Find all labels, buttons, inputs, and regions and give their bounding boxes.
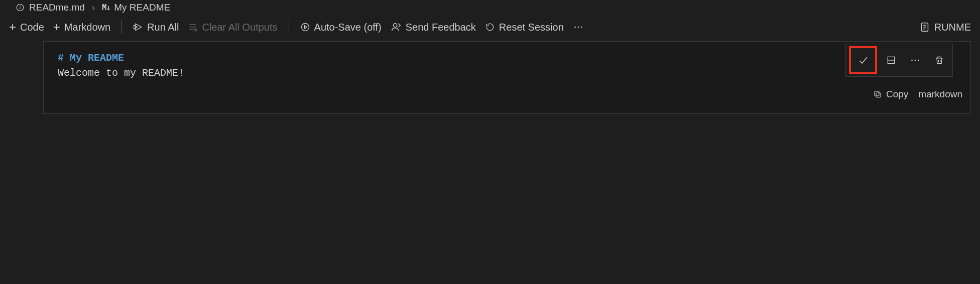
copy-icon — [873, 90, 882, 99]
cell-footer: Copy markdown — [44, 86, 970, 105]
ellipsis-icon — [573, 22, 584, 33]
clear-outputs-button[interactable]: Clear All Outputs — [188, 22, 277, 33]
reset-session-button[interactable]: Reset Session — [485, 22, 564, 33]
cell-more-button[interactable] — [905, 50, 925, 70]
svg-rect-27 — [876, 93, 881, 97]
cell-toolbar — [845, 44, 953, 77]
markdown-icon: M↓ — [102, 3, 110, 12]
svg-point-2 — [20, 6, 21, 7]
breadcrumb: READme.md › M↓ My README — [0, 0, 980, 17]
breadcrumb-file[interactable]: READme.md — [29, 2, 85, 13]
markdown-cell[interactable]: # My README Welcome to my README! Copy m… — [43, 41, 971, 114]
autosave-icon — [300, 22, 310, 32]
cell-heading-line: # My README — [58, 51, 956, 66]
notebook-toolbar: Code Markdown Run All Clear All Outputs … — [0, 17, 980, 41]
svg-point-13 — [574, 27, 576, 28]
feedback-label: Send Feedback — [406, 22, 476, 33]
more-actions-button[interactable] — [573, 22, 584, 33]
runme-button[interactable]: RUNME — [919, 22, 971, 33]
reset-icon — [485, 22, 495, 32]
info-icon — [15, 3, 25, 13]
cell-gutter[interactable] — [3, 43, 8, 118]
autosave-button[interactable]: Auto-Save (off) — [300, 22, 382, 33]
plus-icon — [53, 20, 60, 34]
plus-icon — [9, 20, 16, 34]
confirm-cell-button[interactable] — [849, 46, 877, 74]
add-code-button[interactable]: Code — [9, 20, 44, 34]
svg-marker-3 — [136, 24, 142, 30]
copy-button[interactable]: Copy — [873, 89, 908, 100]
breadcrumb-section[interactable]: My README — [114, 2, 170, 13]
cell-region: # My README Welcome to my README! Copy m… — [0, 41, 980, 118]
copy-label: Copy — [886, 89, 908, 100]
run-all-icon — [133, 22, 143, 32]
clear-outputs-label: Clear All Outputs — [202, 22, 277, 33]
run-all-button[interactable]: Run All — [133, 22, 179, 33]
delete-cell-button[interactable] — [929, 50, 949, 70]
runme-label: RUNME — [934, 22, 971, 33]
split-cell-button[interactable] — [881, 50, 901, 70]
cell-body-line: Welcome to my README! — [58, 66, 956, 81]
svg-rect-28 — [875, 91, 879, 96]
svg-point-10 — [301, 24, 309, 31]
svg-point-15 — [581, 27, 582, 28]
svg-point-22 — [911, 60, 913, 61]
add-markdown-button[interactable]: Markdown — [53, 20, 110, 34]
autosave-label: Auto-Save (off) — [314, 22, 382, 33]
svg-marker-11 — [304, 26, 307, 29]
runme-icon — [919, 22, 930, 33]
breadcrumb-separator: › — [92, 2, 95, 13]
add-markdown-label: Markdown — [64, 22, 110, 33]
cell-language-label[interactable]: markdown — [918, 89, 962, 100]
feedback-icon — [391, 22, 402, 33]
svg-point-12 — [393, 24, 397, 27]
toolbar-divider — [289, 20, 289, 34]
toolbar-divider — [121, 20, 122, 34]
svg-point-14 — [577, 27, 579, 28]
run-all-label: Run All — [147, 22, 179, 33]
svg-point-24 — [918, 60, 919, 61]
feedback-button[interactable]: Send Feedback — [391, 22, 476, 33]
reset-label: Reset Session — [499, 22, 564, 33]
svg-point-23 — [915, 60, 916, 61]
add-code-label: Code — [20, 22, 44, 33]
cell-editor[interactable]: # My README Welcome to my README! — [44, 42, 970, 86]
clear-outputs-icon — [188, 22, 198, 32]
